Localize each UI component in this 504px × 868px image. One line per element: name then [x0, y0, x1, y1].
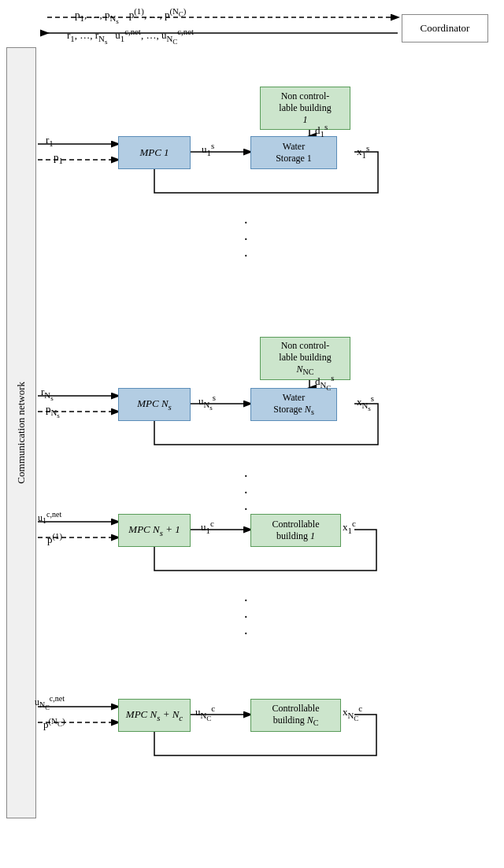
d1s-label: d1s — [315, 122, 328, 139]
mpc-ns-label: MPC Ns — [137, 397, 172, 412]
p-ns-label: pNs — [46, 403, 60, 419]
u1c-label: u1c — [201, 519, 214, 535]
p1-label: p1 — [54, 151, 63, 165]
mpc-ns-nc-label: MPC Ns + Nc — [126, 708, 183, 722]
water-storage-ns-box: WaterStorage Ns — [250, 388, 337, 421]
p1-c-label: p(1) — [47, 531, 62, 546]
coordinator-box: Coordinator — [402, 14, 488, 42]
r1-label: r1 — [46, 134, 54, 148]
arrows-svg — [0, 0, 504, 868]
nc-building-1-box: Non control-lable building1 — [260, 87, 350, 130]
r-range-label: r1, …, rNs u1c,net, …, uNCc,net — [67, 27, 194, 46]
r-ns-label: rNs — [41, 386, 54, 402]
mpc1-label: MPC 1 — [139, 146, 169, 159]
p-range-label: p1, …, pNs p(1), …, p(NC) — [75, 6, 186, 25]
x1s-label: x1s — [357, 143, 369, 160]
unc-label: uNCc — [195, 704, 215, 722]
u1-c-net-label: u1c,net — [38, 510, 61, 525]
c-building-1-label: Controllablebuilding 1 — [272, 519, 320, 542]
xns-label: xNss — [357, 393, 374, 412]
water-storage-1-label: WaterStorage 1 — [276, 141, 312, 164]
mpc1-box: MPC 1 — [118, 136, 191, 169]
u1s-label: u1s — [202, 141, 214, 157]
x1c-label: x1c — [343, 519, 356, 535]
water-storage-ns-label: WaterStorage Ns — [273, 392, 314, 416]
pnc-label: p(NC) — [43, 716, 65, 731]
dots-3: ... — [244, 589, 251, 638]
mpc-ns1-label: MPC Ns + 1 — [128, 523, 180, 537]
comm-network-label: Communication network — [15, 382, 28, 484]
nc-building-nc-box: Non control-lable buildingNNC — [260, 337, 350, 380]
c-building-nc-label: Controllablebuilding NC — [272, 703, 320, 727]
dns-label: dNCs — [315, 373, 335, 392]
xnc-label: xNCc — [343, 704, 362, 722]
coordinator-label: Coordinator — [421, 22, 470, 35]
comm-network-box: Communication network — [6, 47, 36, 818]
mpc-ns-nc-box: MPC Ns + Nc — [118, 699, 191, 732]
dots-2: ... — [244, 464, 251, 514]
nc-building-nc-label: Non control-lable buildingNNC — [279, 340, 331, 376]
mpc-ns-box: MPC Ns — [118, 388, 191, 421]
c-building-1-box: Controllablebuilding 1 — [250, 514, 341, 547]
dots-1: ... — [244, 211, 251, 260]
nc-building-1-label: Non control-lable building1 — [279, 90, 331, 126]
unc-net-label: uNCc,net — [35, 694, 65, 711]
c-building-nc-box: Controllablebuilding NC — [250, 699, 341, 732]
mpc-ns1-box: MPC Ns + 1 — [118, 514, 191, 547]
diagram: Communication network Coordinator — [0, 0, 504, 868]
uns-label: uNss — [198, 393, 216, 412]
water-storage-1-box: WaterStorage 1 — [250, 136, 337, 169]
